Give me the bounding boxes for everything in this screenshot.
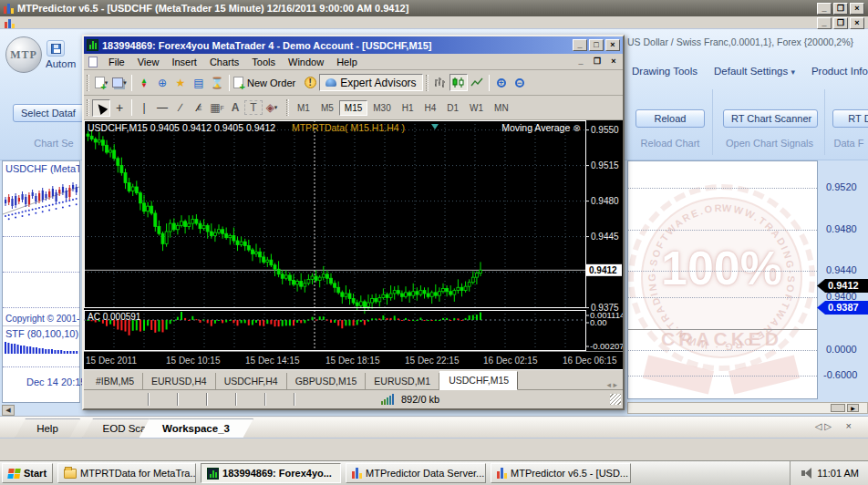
- gridline: [628, 350, 818, 351]
- menu-help[interactable]: Help: [330, 55, 364, 69]
- mt4-price-chart[interactable]: 0.95500.95150.94800.94450.93750.94120.00…: [84, 120, 623, 369]
- timeframe-mn[interactable]: MN: [489, 100, 514, 116]
- timeframe-m15[interactable]: M15: [339, 100, 367, 116]
- timeframe-w1[interactable]: W1: [464, 100, 489, 116]
- chart-tab-usdchf-m15[interactable]: USDCHF,M15: [439, 371, 518, 390]
- taskbar: Start MTPRTData for MetaTra... 183994869…: [0, 460, 868, 485]
- chart-tab-ibm[interactable]: #IBM,M5: [88, 373, 143, 389]
- rt-data-button[interactable]: RT D: [832, 109, 868, 128]
- tab-workspace3[interactable]: Workspace_3: [139, 418, 253, 439]
- workspace-scroll-arrows[interactable]: ◁ ▷: [815, 421, 832, 431]
- menu-tools[interactable]: Tools: [245, 55, 282, 69]
- save-button[interactable]: [46, 40, 65, 57]
- task-mtprtdata[interactable]: MTPRTData for MetaTra...: [57, 463, 196, 483]
- text-label-icon[interactable]: T: [244, 100, 263, 115]
- timeframe-h4[interactable]: H4: [419, 100, 442, 116]
- start-button[interactable]: Start: [2, 463, 53, 483]
- chart-tab-eurusd-m1[interactable]: EURUSD,M1: [366, 373, 439, 389]
- zoom-in-icon[interactable]: +: [492, 74, 511, 91]
- strategy-tester-icon[interactable]: ⌛: [208, 74, 226, 91]
- channel-icon[interactable]: ∕∕E: [190, 99, 208, 117]
- chart-tab-gbpusd-m15[interactable]: GBPUSD,M15: [287, 373, 367, 389]
- workspace-close-icon[interactable]: ×: [846, 420, 852, 431]
- mt4-minimize-button[interactable]: _: [573, 39, 587, 51]
- crosshair-icon[interactable]: +: [110, 99, 129, 117]
- menu-insert[interactable]: Insert: [165, 55, 203, 69]
- child-close-button[interactable]: ×: [850, 17, 864, 29]
- child-minimize-button[interactable]: _: [817, 17, 832, 29]
- gridline: [3, 272, 79, 273]
- line-chart-icon[interactable]: [468, 74, 486, 91]
- reload-button[interactable]: Reload: [636, 109, 705, 128]
- nav-default-settings[interactable]: Default Settings ▾: [714, 66, 795, 77]
- timeframe-d1[interactable]: D1: [441, 100, 464, 116]
- horizontal-line-icon[interactable]: —: [153, 99, 171, 117]
- terminal-icon[interactable]: ▤: [190, 74, 208, 91]
- nav-drawing-tools[interactable]: Drawing Tools: [632, 66, 698, 77]
- mtpredictor-icon: [497, 468, 507, 479]
- profiles-icon[interactable]: ▾: [110, 74, 129, 91]
- chart-close-button[interactable]: ×: [606, 56, 621, 67]
- timeframe-h1[interactable]: H1: [397, 100, 419, 116]
- arrows-icon[interactable]: ◈▾: [263, 99, 281, 117]
- menu-window[interactable]: Window: [282, 55, 330, 69]
- menu-file[interactable]: File: [102, 55, 131, 69]
- alert-icon[interactable]: !: [301, 74, 319, 91]
- tab-scroll-arrows[interactable]: ◂ ▸: [601, 380, 623, 389]
- fibonacci-icon[interactable]: ▦F: [208, 99, 226, 117]
- resize-grip[interactable]: [610, 394, 621, 405]
- mt4-title-bar[interactable]: 183994869: Forex4you MetaTrader 4 - Demo…: [84, 36, 623, 54]
- mt4-maximize-button[interactable]: □: [589, 39, 604, 51]
- menu-view[interactable]: View: [131, 55, 166, 69]
- task-mt4[interactable]: 183994869: Forex4yo...: [201, 463, 341, 483]
- candlestick-chart-icon[interactable]: [450, 74, 468, 91]
- nav-product-info[interactable]: Product Info: [811, 66, 868, 77]
- toolbar-grip[interactable]: [87, 75, 89, 91]
- restore-button[interactable]: ❐: [833, 3, 848, 15]
- task-mtp-data-server[interactable]: MTPredictor Data Server...: [346, 463, 486, 483]
- text-icon[interactable]: A: [226, 99, 244, 117]
- volume-icon[interactable]: [801, 468, 811, 479]
- close-button[interactable]: ×: [850, 3, 864, 15]
- expert-advisors-button[interactable]: Expert Advisors: [319, 74, 422, 91]
- chart-minimize-button[interactable]: _: [574, 56, 588, 67]
- connection-speed: 892/0 kb: [401, 394, 439, 405]
- minimize-button[interactable]: _: [817, 3, 832, 15]
- toolbar-grip[interactable]: [87, 99, 89, 116]
- chart-tab-usdchf-h4[interactable]: USDCHF,H4: [216, 373, 287, 389]
- trendline-icon[interactable]: ∕: [171, 99, 190, 117]
- main-title-bar: MTPredictor v6.5 - [USDCHF (MetaTrader 1…: [0, 0, 868, 16]
- rt-chart-scanner-button[interactable]: RT Chart Scanner: [723, 109, 818, 128]
- gridline: [628, 188, 818, 189]
- zoom-out-icon[interactable]: −: [511, 74, 529, 91]
- chart-restore-button[interactable]: ❐: [590, 56, 604, 67]
- navigator-icon[interactable]: ⊕: [153, 74, 171, 91]
- mt4-window-title: 183994869: Forex4you MetaTrader 4 - Demo…: [102, 40, 431, 51]
- vertical-line-icon[interactable]: |: [135, 99, 153, 117]
- bar-chart-icon[interactable]: [431, 74, 450, 91]
- menu-charts[interactable]: Charts: [203, 55, 245, 69]
- hscroll-thumb[interactable]: [831, 404, 845, 412]
- left-scroll-left-arrow[interactable]: ◀: [2, 405, 15, 416]
- copyright-label: Copyright © 2001-2: [3, 308, 79, 324]
- market-watch-icon[interactable]: ▲▼: [135, 74, 153, 91]
- mt4-close-button[interactable]: ×: [605, 39, 620, 51]
- chart-tab-eurusd-h4[interactable]: EURUSD,H4: [143, 373, 216, 389]
- indicator-close-icon[interactable]: ⊗: [573, 122, 581, 133]
- timeframe-m1[interactable]: M1: [292, 100, 315, 116]
- timeframe-m30[interactable]: M30: [367, 100, 396, 116]
- right-hscrollbar[interactable]: ▶: [627, 402, 868, 414]
- task-mtpredictor[interactable]: MTPredictor v6.5 - [USD...: [491, 463, 631, 483]
- new-order-button[interactable]: New Order: [244, 77, 301, 88]
- hscroll-right-arrow[interactable]: ▶: [847, 404, 859, 412]
- cursor-icon[interactable]: [92, 99, 110, 117]
- save-icon: [51, 44, 61, 54]
- new-chart-icon[interactable]: +▾: [92, 74, 110, 91]
- toolbar-grip[interactable]: [426, 75, 429, 91]
- favorites-icon[interactable]: ★: [171, 74, 190, 91]
- timeframe-m5[interactable]: M5: [315, 100, 339, 116]
- child-restore-button[interactable]: ❐: [833, 17, 848, 29]
- tab-help[interactable]: Help: [15, 418, 80, 439]
- mtp-logo-button[interactable]: MTP: [5, 36, 42, 73]
- toolbar-grip[interactable]: [286, 99, 289, 116]
